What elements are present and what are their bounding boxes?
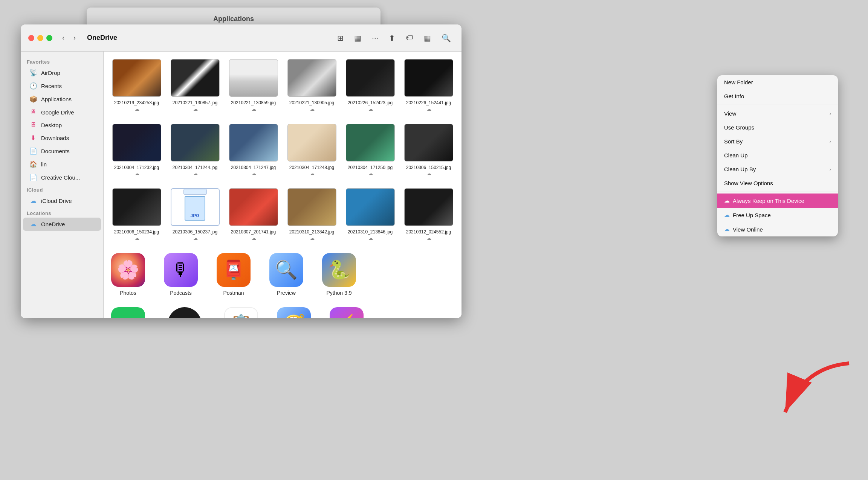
app-item-quicktime[interactable]: ▶ QuickTime Player bbox=[164, 307, 205, 318]
file-thumbnail bbox=[229, 124, 278, 162]
bg-window-title: Applications bbox=[213, 15, 254, 23]
sidebar-item-downloads[interactable]: ⬇ Downloads bbox=[23, 131, 101, 145]
fullscreen-button[interactable] bbox=[46, 35, 52, 41]
app-item-photos[interactable]: 🌸 Photos bbox=[111, 253, 145, 296]
airdrop-icon: 📡 bbox=[29, 69, 37, 77]
chevron-right-icon: › bbox=[830, 166, 831, 172]
app-label: Podcasts bbox=[170, 290, 192, 296]
file-item[interactable]: 20210304_171244.jpg ☁ bbox=[170, 124, 220, 177]
google-drive-icon: 🖥 bbox=[29, 108, 37, 116]
close-button[interactable] bbox=[28, 35, 34, 41]
context-menu: New Folder Get Info View › Use Groups So… bbox=[717, 75, 838, 236]
chevron-right-icon: › bbox=[830, 139, 831, 144]
postman-icon: 📮 bbox=[217, 253, 251, 287]
file-item[interactable]: 20210304_171247.jpg ☁ bbox=[228, 124, 279, 177]
file-name: 20210310_213846.jpg ☁ bbox=[345, 229, 396, 242]
menu-item-view-online[interactable]: ☁ View Online bbox=[717, 222, 838, 236]
sidebar-item-google-drive[interactable]: 🖥 Google Drive bbox=[23, 106, 101, 119]
tag-button[interactable]: 🏷 bbox=[403, 31, 416, 44]
back-button[interactable]: ‹ bbox=[60, 32, 67, 43]
file-item[interactable]: 20210226_152441.jpg ☁ bbox=[403, 59, 454, 113]
menu-item-show-view-options[interactable]: Show View Options bbox=[717, 176, 838, 190]
file-grid: 20210219_234253.jpg ☁ 20210221_130857.jp… bbox=[104, 52, 462, 318]
menu-item-sort-by[interactable]: Sort By › bbox=[717, 134, 838, 148]
file-thumbnail bbox=[346, 124, 395, 162]
sidebar-item-desktop[interactable]: 🖥 Desktop bbox=[23, 119, 101, 131]
onedrive-cloud-icon: ☁ bbox=[724, 212, 730, 218]
app-item-python[interactable]: 🐍 Python 3.9 bbox=[322, 253, 356, 296]
file-item[interactable]: 20210221_130905.jpg ☁ bbox=[286, 59, 337, 113]
file-name: 20210304_171232.jpg ☁ bbox=[111, 165, 162, 177]
file-item[interactable]: JPG 20210306_150237.jpg ☁ bbox=[170, 188, 220, 242]
sidebar-item-label: AirDrop bbox=[41, 70, 60, 76]
menu-item-new-folder[interactable]: New Folder bbox=[717, 75, 838, 89]
file-thumbnail bbox=[112, 59, 161, 97]
icon-view-button[interactable]: ⊞ bbox=[334, 31, 347, 45]
more-button[interactable]: ··· bbox=[369, 31, 381, 44]
file-item[interactable]: 20210226_152423.jpg ☁ bbox=[345, 59, 396, 113]
file-thumbnail bbox=[229, 59, 278, 97]
file-item[interactable]: 20210304_171250.jpg ☁ bbox=[345, 124, 396, 177]
menu-item-always-keep[interactable]: ☁ Always Keep on This Device bbox=[717, 194, 838, 208]
file-item[interactable]: 20210221_130857.jpg ☁ bbox=[170, 59, 220, 113]
sidebar-item-lin[interactable]: 🏠 lin bbox=[23, 158, 101, 171]
sidebar-item-recents[interactable]: 🕐 Recents bbox=[23, 79, 101, 93]
sidebar-item-applications[interactable]: 📦 Applications bbox=[23, 93, 101, 106]
search-button[interactable]: 🔍 bbox=[439, 31, 454, 45]
minimize-button[interactable] bbox=[37, 35, 43, 41]
menu-item-clean-up[interactable]: Clean Up bbox=[717, 148, 838, 162]
file-name: 20210226_152423.jpg ☁ bbox=[345, 100, 396, 113]
menu-item-clean-up-by[interactable]: Clean Up By › bbox=[717, 162, 838, 176]
file-item[interactable]: 20210304_171232.jpg ☁ bbox=[111, 124, 162, 177]
sidebar-item-icloud-drive[interactable]: ☁ iCloud Drive bbox=[23, 194, 101, 207]
onedrive-icon: ☁ bbox=[29, 220, 37, 228]
file-item[interactable]: 20210312_024552.jpg ☁ bbox=[403, 188, 454, 242]
app-label: Preview bbox=[277, 290, 296, 296]
file-name: 20210221_130859.jpg ☁ bbox=[228, 100, 279, 113]
menu-separator bbox=[717, 192, 838, 192]
menu-item-free-up-space[interactable]: ☁ Free Up Space bbox=[717, 208, 838, 222]
sidebar-item-onedrive[interactable]: ☁ OneDrive bbox=[23, 218, 101, 231]
file-item[interactable]: 20210310_213846.jpg ☁ bbox=[345, 188, 396, 242]
app-item-qb[interactable]: q QuickBooks bbox=[111, 307, 145, 318]
list-view-button[interactable]: ▦ bbox=[351, 31, 364, 45]
menu-item-get-info[interactable]: Get Info bbox=[717, 89, 838, 103]
recents-icon: 🕐 bbox=[29, 82, 37, 90]
app-item-shortcuts[interactable]: ⚡ Shortcuts bbox=[330, 307, 364, 318]
podcasts-icon: 🎙 bbox=[164, 253, 198, 287]
file-item[interactable]: 20210306_150234.jpg ☁ bbox=[111, 188, 162, 242]
file-name: 20210307_201741.jpg ☁ bbox=[228, 229, 279, 242]
photos-icon: 🌸 bbox=[111, 253, 145, 287]
app-item-preview[interactable]: 🔍 Preview bbox=[269, 253, 303, 296]
file-thumbnail bbox=[229, 188, 278, 226]
preview-icon: 🔍 bbox=[269, 253, 303, 287]
sidebar-item-label: Google Drive bbox=[41, 109, 74, 116]
sidebar-item-label: iCloud Drive bbox=[41, 198, 72, 204]
app-item-postman[interactable]: 📮 Postman bbox=[217, 253, 251, 296]
app-item-podcasts[interactable]: 🎙 Podcasts bbox=[164, 253, 198, 296]
view-options-button[interactable]: ▦ bbox=[421, 31, 434, 45]
app-label: Python 3.9 bbox=[327, 290, 352, 296]
sidebar-item-creative-cloud[interactable]: 📄 Creative Clou... bbox=[23, 171, 101, 184]
file-item[interactable]: 20210310_213842.jpg ☁ bbox=[286, 188, 337, 242]
file-item[interactable]: 20210304_171248.jpg ☁ bbox=[286, 124, 337, 177]
sidebar-item-label: Applications bbox=[41, 96, 72, 102]
file-item[interactable]: 20210219_234253.jpg ☁ bbox=[111, 59, 162, 113]
app-item-reminders[interactable]: 📋 Reminders bbox=[224, 307, 258, 318]
app-label: Photos bbox=[120, 290, 136, 296]
menu-item-use-groups[interactable]: Use Groups bbox=[717, 120, 838, 134]
forward-button[interactable]: › bbox=[71, 32, 78, 43]
sidebar-item-airdrop[interactable]: 📡 AirDrop bbox=[23, 66, 101, 79]
file-item[interactable]: 20210306_150215.jpg ☁ bbox=[403, 124, 454, 177]
menu-item-view[interactable]: View › bbox=[717, 107, 838, 120]
share-button[interactable]: ⬆ bbox=[386, 31, 398, 45]
chevron-right-icon: › bbox=[830, 111, 831, 116]
file-item[interactable]: 20210221_130859.jpg ☁ bbox=[228, 59, 279, 113]
sidebar-item-documents[interactable]: 📄 Documents bbox=[23, 145, 101, 158]
app-item-safari[interactable]: 🧭 Safari bbox=[277, 307, 311, 318]
menu-item-label: New Folder bbox=[724, 79, 753, 85]
sidebar-item-label: Recents bbox=[41, 83, 62, 89]
file-item[interactable]: 20210307_201741.jpg ☁ bbox=[228, 188, 279, 242]
icloud-label: iCloud bbox=[21, 184, 103, 194]
traffic-lights bbox=[28, 35, 52, 41]
